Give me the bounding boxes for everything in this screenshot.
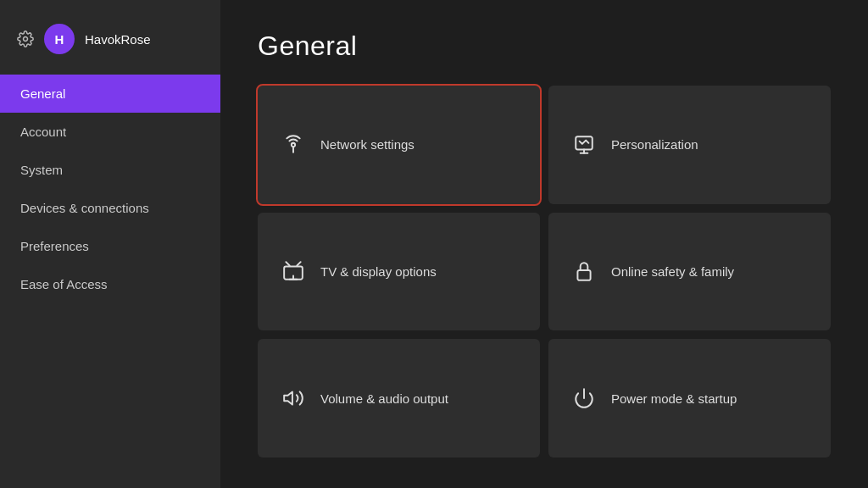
username: HavokRose (85, 32, 151, 47)
tv-display-label: TV & display options (320, 264, 437, 279)
lock-icon (572, 260, 596, 282)
power-icon (572, 387, 596, 409)
network-icon (281, 134, 305, 156)
network-settings-label: Network settings (320, 137, 415, 152)
personalization-tile[interactable]: Personalization (548, 86, 831, 204)
svg-marker-10 (284, 392, 292, 405)
sidebar-item-preferences[interactable]: Preferences (0, 227, 220, 265)
tv-icon (281, 260, 305, 282)
settings-grid: Network settings Personalization (258, 86, 831, 458)
personalization-label: Personalization (611, 137, 698, 152)
power-tile[interactable]: Power mode & startup (548, 339, 831, 458)
sidebar: H HavokRose General Account System Devic… (0, 0, 220, 488)
gear-icon[interactable] (17, 30, 34, 47)
svg-rect-9 (577, 270, 590, 280)
online-safety-tile[interactable]: Online safety & family (548, 213, 831, 331)
svg-line-5 (297, 263, 300, 266)
sidebar-item-system[interactable]: System (0, 151, 220, 189)
volume-label: Volume & audio output (320, 391, 448, 406)
page-title: General (258, 30, 831, 62)
online-safety-label: Online safety & family (611, 264, 734, 279)
network-settings-tile[interactable]: Network settings (258, 86, 540, 204)
sidebar-item-devices[interactable]: Devices & connections (0, 189, 220, 227)
sidebar-item-account[interactable]: Account (0, 113, 220, 151)
tv-display-tile[interactable]: TV & display options (258, 213, 540, 331)
user-header: H HavokRose (0, 15, 220, 71)
personalization-icon (572, 134, 596, 156)
main-content: General Network settings (220, 0, 868, 488)
sidebar-item-ease[interactable]: Ease of Access (0, 265, 220, 303)
sidebar-item-general[interactable]: General (0, 75, 220, 113)
power-label: Power mode & startup (611, 391, 737, 406)
svg-line-4 (286, 263, 289, 266)
volume-icon (281, 387, 305, 409)
avatar: H (44, 24, 75, 54)
volume-tile[interactable]: Volume & audio output (258, 339, 540, 458)
svg-point-0 (24, 37, 28, 42)
nav-list: General Account System Devices & connect… (0, 75, 220, 303)
